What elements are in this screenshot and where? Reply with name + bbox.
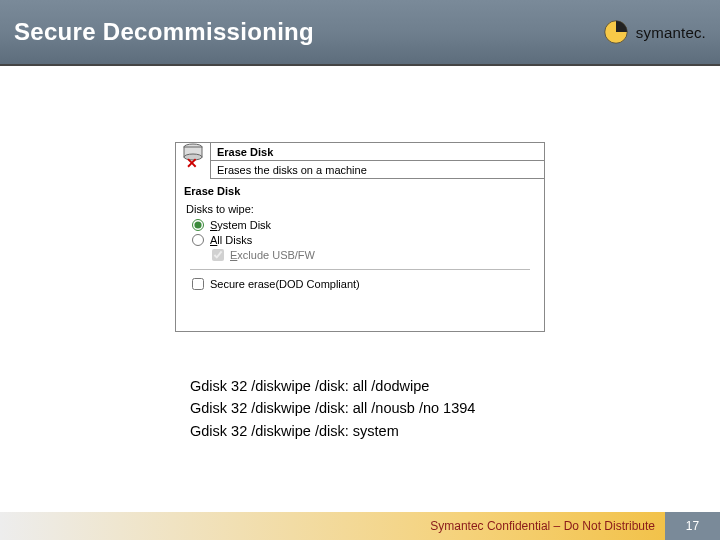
title-bar: Secure Decommissioning symantec. xyxy=(0,0,720,66)
page-number: 17 xyxy=(665,512,720,540)
confidential-text: Symantec Confidential – Do Not Distribut… xyxy=(430,512,655,540)
option-all-disks[interactable]: All Disks xyxy=(192,234,534,246)
command-line-3: Gdisk 32 /diskwipe /disk: system xyxy=(190,420,475,442)
label-all-disks: All Disks xyxy=(210,234,252,246)
option-secure-erase[interactable]: Secure erase(DOD Compliant) xyxy=(192,278,534,290)
checkbox-exclude-usb[interactable] xyxy=(212,249,224,261)
radio-system-disk[interactable] xyxy=(192,219,204,231)
label-exclude-usb: Exclude USB/FW xyxy=(230,249,315,261)
hard-disk-error-icon: ✕ xyxy=(176,143,210,161)
symantec-orb-icon xyxy=(602,18,630,46)
option-exclude-usb[interactable]: Exclude USB/FW xyxy=(212,249,534,261)
footer-bar: Symantec Confidential – Do Not Distribut… xyxy=(0,512,720,540)
disks-to-wipe-label: Disks to wipe: xyxy=(186,203,534,215)
checkbox-secure-erase[interactable] xyxy=(192,278,204,290)
separator xyxy=(190,269,530,270)
radio-all-disks[interactable] xyxy=(192,234,204,246)
section-heading: Erase Disk xyxy=(176,179,544,199)
label-secure-erase: Secure erase(DOD Compliant) xyxy=(210,278,360,290)
brand-logo: symantec. xyxy=(602,18,706,46)
command-list: Gdisk 32 /diskwipe /disk: all /dodwipe G… xyxy=(190,375,475,442)
brand-text: symantec. xyxy=(636,24,706,41)
panel-row-description: Erases the disks on a machine xyxy=(210,161,544,179)
option-system-disk[interactable]: System Disk xyxy=(192,219,534,231)
page-title: Secure Decommissioning xyxy=(14,18,314,46)
panel-row-title: Erase Disk xyxy=(210,143,544,161)
label-system-disk: System Disk xyxy=(210,219,271,231)
erase-disk-panel: ✕ Erase Disk Erases the disks on a machi… xyxy=(175,142,545,332)
command-line-2: Gdisk 32 /diskwipe /disk: all /nousb /no… xyxy=(190,397,475,419)
command-line-1: Gdisk 32 /diskwipe /disk: all /dodwipe xyxy=(190,375,475,397)
